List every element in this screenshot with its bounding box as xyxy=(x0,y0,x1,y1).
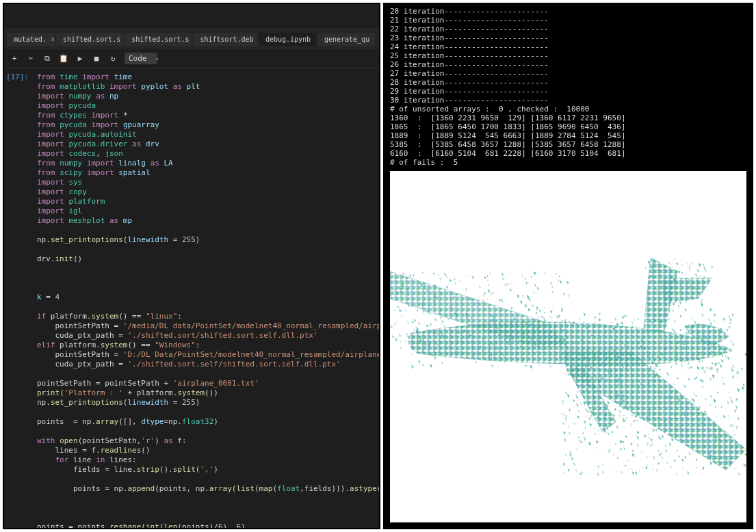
paste-icon[interactable]: 📋 xyxy=(59,54,68,64)
tab-shifted-2[interactable]: shifted.sort.s × xyxy=(125,33,192,46)
close-icon[interactable]: × xyxy=(51,36,55,43)
tab-label: debug.ipynb xyxy=(265,36,311,43)
pointcloud-plot xyxy=(390,171,746,522)
notebook-toolbar: + ✂ ⧉ 📋 ▶ ■ ↻ Code ▾ xyxy=(4,49,379,68)
copy-icon[interactable]: ⧉ xyxy=(42,54,52,64)
output-panel: 20 iteration----------------------- 21 i… xyxy=(383,3,753,529)
tab-debug-ipynb[interactable]: debug.ipynb xyxy=(259,33,316,46)
code-editor[interactable]: from time import time from matplotlib im… xyxy=(31,68,379,528)
tab-label: mutated. xyxy=(14,36,47,43)
plot-output xyxy=(390,171,746,522)
restart-icon[interactable]: ↻ xyxy=(108,54,118,64)
tab-shiftsort-deb[interactable]: shiftsort.deb xyxy=(193,33,257,46)
cell-type-select[interactable]: Code xyxy=(125,53,157,64)
tab-shifted-1[interactable]: shifted.sort.s × xyxy=(56,33,123,46)
add-cell-icon[interactable]: + xyxy=(10,54,19,64)
tab-mutated[interactable]: mutated. × xyxy=(7,33,55,46)
tab-bar: mutated. × shifted.sort.s × shifted.sort… xyxy=(4,29,379,49)
cut-icon[interactable]: ✂ xyxy=(26,54,36,64)
tab-label: shiftsort.deb xyxy=(200,36,253,43)
editor-panel: mutated. × shifted.sort.s × shifted.sort… xyxy=(3,3,380,529)
exec-count: [17]: xyxy=(4,68,31,528)
code-cell: [17]: from time import time from matplot… xyxy=(4,68,379,528)
tab-generate-qu[interactable]: generate_qu xyxy=(317,33,375,46)
tab-label: shifted.sort.s xyxy=(63,36,120,43)
cell-type-label: Code xyxy=(129,54,147,63)
stop-icon[interactable]: ■ xyxy=(92,54,101,64)
run-icon[interactable]: ▶ xyxy=(75,54,85,64)
tab-label: generate_qu xyxy=(324,36,369,43)
tab-label: shifted.sort.s xyxy=(131,36,189,43)
console-output: 20 iteration----------------------- 21 i… xyxy=(384,4,752,170)
